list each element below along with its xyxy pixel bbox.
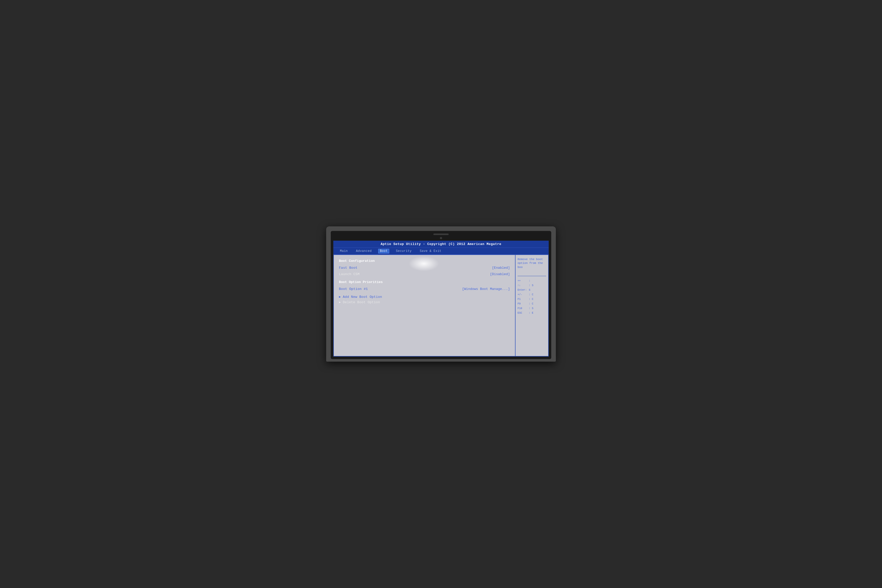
key-row-updown: ↑↓ : S: [518, 283, 546, 288]
help-text: Remove the boot option from the boo: [518, 258, 546, 269]
section-header-boot-priorities: Boot Option Priorities: [339, 280, 510, 284]
title-bar: Aptio Setup Utility - Copyright (C) 2012…: [333, 241, 549, 248]
key-row-f10: F10 : S: [518, 306, 546, 311]
key-row-esc: ESC : E: [518, 311, 546, 315]
key-row-f9: F9 : C: [518, 302, 546, 306]
key-row-f1: F1 : C: [518, 297, 546, 302]
key-desc-5: : C: [529, 302, 533, 306]
key-row-arrows: ++ :: [518, 279, 546, 283]
arrow-icon-add: ►: [339, 295, 341, 299]
right-panel: Remove the boot option from the boo ++ :…: [515, 255, 548, 356]
menu-advanced[interactable]: Advanced: [354, 249, 374, 254]
boot-option-1-value: [Windows Boot Manage...]: [462, 287, 510, 291]
menu-main[interactable]: Main: [338, 249, 350, 254]
content-wrapper: Boot Configuration Fast Boot [Enabled] L…: [333, 255, 549, 357]
delete-boot-option-item[interactable]: ► Delete Boot Option: [339, 300, 510, 304]
boot-option-1-row[interactable]: Boot Option #1 [Windows Boot Manage...]: [339, 286, 510, 291]
key-plusminus: +/-: [518, 292, 528, 297]
key-desc-0: :: [529, 279, 530, 283]
key-f10: F10: [518, 306, 528, 311]
screen-bezel: Aptio Setup Utility - Copyright (C) 2012…: [331, 231, 551, 359]
delete-boot-label: Delete Boot Option: [343, 300, 380, 304]
add-new-boot-label: Add New Boot Option: [343, 295, 382, 299]
key-f1: F1: [518, 297, 528, 302]
menu-save-exit[interactable]: Save & Exit: [418, 249, 443, 254]
fast-boot-value: [Enabled]: [492, 266, 510, 270]
title-text: Aptio Setup Utility - Copyright (C) 2012…: [381, 242, 501, 246]
key-esc: ESC: [518, 311, 528, 315]
launch-csm-row[interactable]: Launch CSM [Disabled]: [339, 272, 510, 277]
key-enter: Enter:: [518, 288, 528, 292]
bios-screen: Aptio Setup Utility - Copyright (C) 2012…: [333, 241, 549, 357]
key-updown: ↑↓: [518, 283, 528, 288]
key-help-section: ++ : ↑↓ : S Enter: S +/-: [518, 279, 546, 315]
section-boot-config: Boot Configuration Fast Boot [Enabled] L…: [339, 259, 510, 277]
key-row-enter: Enter: S: [518, 288, 546, 292]
key-desc-7: : E: [529, 311, 533, 315]
laptop-frame: Aptio Setup Utility - Copyright (C) 2012…: [326, 226, 556, 362]
section-boot-options: ► Add New Boot Option ► Delete Boot Opti…: [339, 295, 510, 304]
fast-boot-label: Fast Boot: [339, 266, 357, 270]
section-header-boot-config: Boot Configuration: [339, 259, 510, 263]
menu-boot[interactable]: Boot: [378, 249, 389, 254]
fast-boot-row[interactable]: Fast Boot [Enabled]: [339, 266, 510, 270]
boot-option-1-label: Boot Option #1: [339, 287, 368, 291]
menu-bar: Main Advanced Boot Security Save & Exit: [333, 248, 549, 255]
key-desc-4: : C: [529, 297, 533, 302]
key-desc-6: : S: [529, 306, 533, 311]
key-f9: F9: [518, 302, 528, 306]
key-desc-2: S: [529, 288, 530, 292]
key-desc-1: : S: [529, 283, 533, 288]
key-row-plusminus: +/- : C: [518, 292, 546, 297]
launch-csm-label: Launch CSM: [339, 272, 360, 276]
key-desc-3: : C: [529, 292, 533, 297]
section-boot-priorities: Boot Option Priorities Boot Option #1 [W…: [339, 280, 510, 291]
camera-icon: [440, 237, 442, 239]
launch-csm-value: [Disabled]: [490, 272, 510, 276]
menu-security[interactable]: Security: [394, 249, 413, 254]
main-content: Boot Configuration Fast Boot [Enabled] L…: [334, 255, 515, 356]
key-plusplus: ++: [518, 279, 528, 283]
arrow-icon-delete: ►: [339, 301, 341, 304]
add-new-boot-option-item[interactable]: ► Add New Boot Option: [339, 295, 510, 299]
